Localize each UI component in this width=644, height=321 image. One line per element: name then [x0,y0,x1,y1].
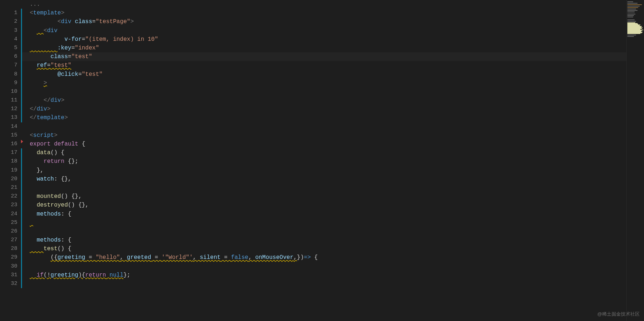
code-line[interactable]: </div> [22,96,644,105]
line-number: 20 [0,175,21,183]
line-number-gutter: . 1 2 3 4 5 6 7 8 9 10 11 12 13 14 15 16… [0,0,21,321]
code-line[interactable] [22,87,644,96]
line-number: 31 [0,271,21,279]
line-number: 14 [0,122,21,131]
line-number: 25 [0,218,21,227]
code-line[interactable]: v-for="(item, index) in 10" [22,35,644,44]
code-line[interactable]: ... [22,0,644,9]
line-number: 6 [0,52,21,61]
line-number: 27 [0,236,21,244]
code-line[interactable]: > [22,79,644,87]
line-number: 32 [0,279,21,288]
code-line[interactable]: :key="index" [22,44,644,52]
line-number: 18 [0,157,21,166]
code-line[interactable]: }, [22,166,644,175]
code-content[interactable]: ... <template> <div class="testPage"> <d… [22,0,644,321]
code-line[interactable] [22,227,644,236]
code-line[interactable]: destroyed() {}, [22,201,644,209]
line-number: 23 [0,201,21,209]
line-number: 8 [0,70,21,79]
line-number-blank: . [0,0,21,9]
code-line[interactable]: <div [22,26,644,35]
minimap[interactable] [626,0,644,321]
code-line[interactable]: <template> [22,9,644,17]
line-number: 21 [0,183,21,192]
line-number: 13 [0,113,21,122]
code-line[interactable]: </template> [22,113,644,122]
line-number: 26 [0,227,21,236]
line-number: 15 [0,131,21,140]
code-line[interactable]: <script> [22,131,644,140]
line-number: 16 [0,140,21,148]
line-number: 7 [0,61,21,70]
code-line[interactable] [22,218,644,227]
line-number: 2 [0,17,21,26]
code-line[interactable]: @click="test" [22,70,644,79]
code-line[interactable]: ref="test" [22,61,644,70]
line-number: 17 [0,148,21,157]
code-line[interactable]: watch: {}, [22,175,644,183]
line-number: 1 [0,9,21,17]
code-line[interactable]: return {}; [22,157,644,166]
line-number: 3 [0,26,21,35]
code-line[interactable] [22,262,644,271]
code-line[interactable]: </div> [22,105,644,113]
code-line[interactable]: data() { [22,148,644,157]
line-number: 9 [0,79,21,87]
code-editor[interactable]: . 1 2 3 4 5 6 7 8 9 10 11 12 13 14 15 16… [0,0,644,321]
code-line[interactable] [22,122,644,131]
line-number: 29 [0,253,21,262]
line-number: 30 [0,262,21,271]
line-number: 5 [0,44,21,52]
code-line[interactable] [22,183,644,192]
line-number: 24 [0,210,21,218]
line-number: 10 [0,87,21,96]
code-line-current[interactable]: class="test" [22,52,644,61]
line-number: 22 [0,192,21,201]
code-line[interactable]: export default { [22,140,644,148]
code-line[interactable]: test() { [22,244,644,253]
line-number: 4 [0,35,21,44]
code-line[interactable]: mounted() {}, [22,192,644,201]
code-line[interactable]: <div class="testPage"> [22,17,644,26]
code-line[interactable]: methods: { [22,236,644,244]
watermark-text: @稀土掘金技术社区 [597,311,640,317]
line-number: 28 [0,244,21,253]
code-line[interactable]: methods: { [22,210,644,218]
code-line[interactable]: if(!greeting){return null}; [22,271,644,279]
code-line[interactable]: ({greeting = "hello", greeted = '"World"… [22,253,644,262]
line-number: 19 [0,166,21,175]
line-number: 11 [0,96,21,105]
line-number: 12 [0,105,21,113]
fold-marker-icon[interactable] [21,140,23,143]
